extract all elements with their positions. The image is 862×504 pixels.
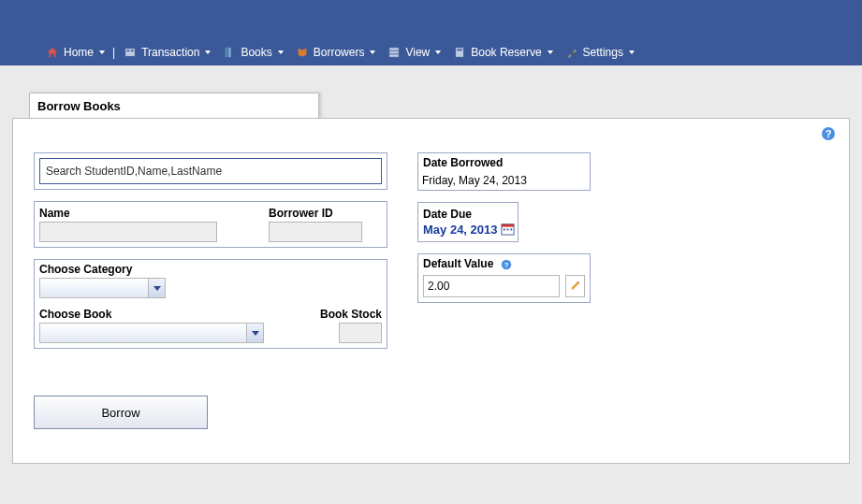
caret-icon bbox=[278, 50, 284, 54]
datedue-group: Date Due May 24, 2013 bbox=[417, 202, 519, 242]
borrowerid-label: Borrower ID bbox=[269, 205, 382, 222]
top-banner bbox=[0, 0, 862, 38]
svg-text:?: ? bbox=[504, 261, 508, 269]
borrowers-icon bbox=[295, 45, 310, 60]
nav-books-label: Books bbox=[241, 46, 271, 59]
info-icon[interactable]: ? bbox=[501, 259, 512, 270]
datedue-label: Date Due bbox=[423, 206, 513, 223]
transaction-icon bbox=[123, 45, 138, 60]
defaultvalue-label: Default Value ? bbox=[418, 254, 590, 272]
nav-settings-label: Settings bbox=[583, 46, 623, 59]
chevron-down-icon[interactable] bbox=[246, 324, 263, 342]
datedue-value[interactable]: May 24, 2013 bbox=[423, 223, 498, 237]
svg-rect-4 bbox=[229, 47, 232, 57]
tab-title: Borrow Books bbox=[29, 93, 319, 119]
right-column: Date Borrowed Friday, May 24, 2013 Date … bbox=[417, 152, 605, 314]
bookreserve-icon bbox=[452, 45, 467, 60]
home-icon bbox=[45, 45, 60, 60]
name-field[interactable] bbox=[39, 222, 217, 242]
nav-transaction-label: Transaction bbox=[141, 46, 199, 59]
name-label: Name bbox=[39, 205, 259, 222]
nav-separator: | bbox=[110, 46, 117, 59]
navbar: Home | Transaction Books Borrowers View bbox=[0, 38, 862, 65]
svg-rect-2 bbox=[131, 50, 134, 51]
left-column: Name Borrower ID Choose Category bbox=[34, 152, 387, 429]
borrowerid-field[interactable] bbox=[269, 222, 362, 242]
nav-view-label: View bbox=[405, 46, 430, 59]
svg-rect-0 bbox=[125, 48, 136, 56]
nav-books[interactable]: Books bbox=[216, 42, 288, 63]
calendar-icon[interactable] bbox=[501, 222, 515, 238]
svg-rect-17 bbox=[510, 229, 512, 231]
svg-rect-1 bbox=[127, 50, 130, 51]
svg-rect-9 bbox=[456, 47, 464, 57]
svg-rect-14 bbox=[502, 224, 514, 227]
books-icon bbox=[222, 45, 237, 60]
nav-view[interactable]: View bbox=[381, 42, 446, 63]
svg-rect-10 bbox=[458, 49, 462, 50]
nav-bookreserve[interactable]: Book Reserve bbox=[446, 42, 558, 63]
nav-settings[interactable]: Settings bbox=[559, 42, 640, 63]
bookstock-label: Book Stock bbox=[320, 306, 382, 323]
caret-icon bbox=[629, 50, 635, 54]
nav-transaction[interactable]: Transaction bbox=[117, 42, 216, 63]
bookstock-field[interactable] bbox=[339, 323, 382, 343]
nav-bookreserve-label: Book Reserve bbox=[471, 46, 541, 59]
caret-icon bbox=[99, 50, 105, 54]
borrow-button[interactable]: Borrow bbox=[34, 396, 208, 429]
caret-icon bbox=[205, 50, 211, 54]
form-panel: ? Name Borrower ID bbox=[12, 118, 850, 464]
search-input[interactable] bbox=[39, 158, 382, 184]
book-combo[interactable] bbox=[39, 323, 264, 343]
defaultvalue-field[interactable] bbox=[423, 275, 560, 297]
svg-text:?: ? bbox=[825, 128, 832, 139]
settings-icon bbox=[564, 45, 579, 60]
chevron-down-icon[interactable] bbox=[148, 279, 165, 297]
svg-rect-6 bbox=[389, 47, 400, 57]
edit-button[interactable] bbox=[565, 275, 585, 297]
dateborrowed-label: Date Borrowed bbox=[418, 153, 590, 171]
view-icon bbox=[387, 45, 402, 60]
svg-rect-15 bbox=[504, 229, 505, 231]
caret-icon bbox=[370, 50, 375, 54]
page-area: Borrow Books ? Name Borrower ID bbox=[0, 65, 862, 504]
svg-rect-5 bbox=[232, 47, 234, 57]
nav-borrowers[interactable]: Borrowers bbox=[289, 42, 382, 63]
nav-home[interactable]: Home bbox=[39, 42, 110, 63]
caret-icon bbox=[435, 50, 441, 54]
category-label: Choose Category bbox=[35, 260, 387, 278]
svg-rect-16 bbox=[507, 229, 509, 231]
book-label: Choose Book bbox=[39, 306, 311, 323]
pencil-icon bbox=[569, 279, 582, 295]
caret-icon bbox=[548, 50, 553, 54]
svg-rect-3 bbox=[226, 47, 228, 57]
help-icon[interactable]: ? bbox=[821, 126, 836, 144]
category-combo[interactable] bbox=[39, 278, 166, 298]
nav-home-label: Home bbox=[64, 46, 94, 59]
dateborrowed-value: Friday, May 24, 2013 bbox=[418, 171, 590, 190]
nav-borrowers-label: Borrowers bbox=[314, 46, 365, 59]
